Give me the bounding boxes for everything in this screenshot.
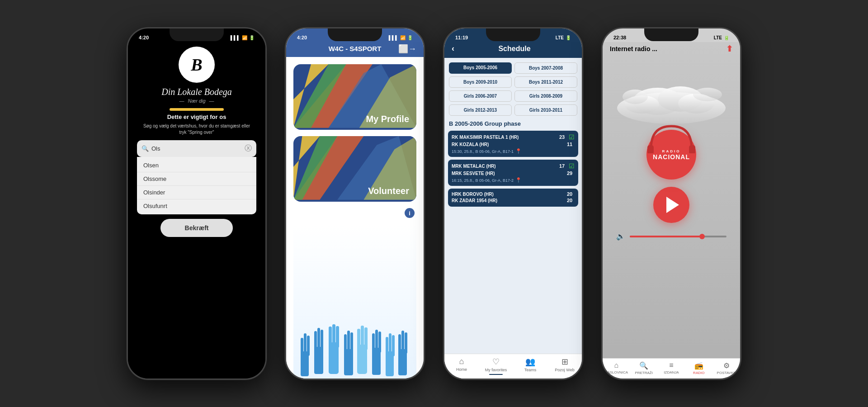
group-btn-boys-2007[interactable]: Boys 2007-2008	[514, 62, 577, 74]
group-btn-girls-2006[interactable]: Girls 2006-2007	[449, 90, 512, 102]
svg-rect-33	[372, 333, 375, 352]
signal-icon-2: ▌▌▌	[389, 35, 398, 40]
radio-nav-radio[interactable]: 📻 RADIO	[685, 361, 712, 375]
svg-rect-41	[398, 334, 401, 354]
svg-rect-51	[647, 145, 654, 153]
back-arrow[interactable]: ‹	[452, 44, 454, 53]
dropdown-item-2[interactable]: Olssome	[137, 172, 256, 186]
svg-rect-34	[375, 330, 378, 352]
svg-rect-43	[405, 332, 407, 354]
volunteer-card[interactable]: Volunteer	[293, 136, 416, 202]
my-profile-card[interactable]: My Profile	[293, 64, 416, 130]
status-icons-4: LTE 🔋	[714, 35, 729, 40]
battery-icon-2: 🔋	[407, 35, 413, 40]
radio-bottom-nav: ⌂ NASLOVNICA 🔍 PRETRAŽI ≡ IZDANJA 📻 RADI…	[603, 358, 740, 379]
cloud-area	[603, 58, 740, 126]
yellow-progress-bar	[170, 108, 224, 111]
svg-rect-29	[357, 329, 360, 349]
bodega-logo: B	[179, 47, 215, 83]
svg-rect-13	[301, 338, 303, 356]
team-3b: RK ZADAR 1954 (HR)	[452, 198, 565, 203]
status-icons-2: ▌▌▌ 📶 🔋	[389, 35, 413, 40]
search-input[interactable]: Ols	[151, 145, 245, 152]
volume-track[interactable]	[630, 236, 726, 237]
status-time-3: 11:19	[455, 35, 468, 40]
status-time-1: 4:20	[139, 35, 149, 40]
match-info-2: 16:15, 25.8., B 05-06, Gr-A, B17-2 📍	[452, 177, 575, 183]
group-btn-girls-2010[interactable]: Girls 2010-2011	[514, 104, 577, 116]
hands-svg	[296, 324, 414, 379]
svg-rect-14	[304, 333, 307, 356]
score-2a: 17	[557, 163, 567, 169]
search-icon: 🔍	[142, 145, 149, 152]
score-2b: 29	[565, 170, 575, 176]
home-icon: ⌂	[459, 357, 464, 366]
team-2a: MRK METALAC (HR)	[452, 164, 557, 169]
svg-rect-38	[389, 333, 392, 356]
svg-rect-30	[361, 326, 364, 349]
status-bar-4: 22:38 LTE 🔋	[603, 28, 740, 42]
volume-knob[interactable]	[699, 234, 705, 239]
radio-nav-radio-label: RADIO	[693, 371, 704, 375]
match-row-1a: RK MAKSIMIR PASTELA 1 (HR) 23 ☑	[452, 133, 575, 141]
svg-rect-15	[307, 336, 310, 356]
phone-schedule: 11:19 LTE 🔋 ‹ Schedule Boys 2005-2006 Bo…	[443, 27, 583, 380]
radio-nav-naslovnica[interactable]: ⌂ NASLOVNICA	[603, 361, 630, 375]
group-btn-girls-2012[interactable]: Girls 2012-2013	[449, 104, 512, 116]
share-icon[interactable]: ⬆	[726, 44, 733, 54]
match-time-2: 16:15, 25.8., B 05-06, Gr-A, B17-2	[452, 178, 514, 183]
team-3a: HRK BOROVO (HR)	[452, 192, 565, 197]
play-triangle	[666, 197, 679, 213]
radio-nav-pretrazi-label: PRETRAŽI	[635, 371, 653, 375]
group-btn-boys-2005[interactable]: Boys 2005-2006	[449, 62, 512, 74]
dropdown-item-1[interactable]: Olsen	[137, 159, 256, 172]
bekraeft-button[interactable]: Bekræft	[160, 219, 233, 237]
search-clear-icon[interactable]: ⓧ	[245, 144, 252, 153]
w4c-header-title: W4C - S4SPORT	[329, 45, 382, 52]
radio-nav-postavke[interactable]: ⚙ POSTAVKE	[712, 361, 740, 375]
match-block-2: MRK METALAC (HR) 17 ☑ MRK SESVETE (HR) 2…	[448, 160, 578, 186]
bodega-logo-letter: B	[191, 55, 202, 75]
score-1a: 23	[557, 134, 567, 140]
location-pin-2: 📍	[515, 177, 522, 183]
info-icon[interactable]: i	[405, 208, 415, 218]
bodega-info-text: Dette er vigtigt for os	[167, 114, 226, 120]
match-row-2b: MRK SESVETE (HR) 29	[452, 170, 575, 176]
nav-pozoj[interactable]: ⊞ Pozoj Web	[547, 357, 582, 375]
match-time-1: 15:30, 25.8., B 05-06, Gr-A, B17-1	[452, 149, 514, 154]
match-block-3: HRK BOROVO (HR) 20 RK ZADAR 1954 (HR) 20	[448, 189, 578, 207]
group-btn-boys-2011[interactable]: Boys 2011-2012	[514, 76, 577, 88]
dropdown-item-3[interactable]: Olsinder	[137, 186, 256, 199]
search-box[interactable]: 🔍 Ols ⓧ	[137, 140, 256, 157]
phone-bodega: 4:20 ▌▌▌ 📶 🔋 B Din Lokale Bodega Nær dig…	[127, 27, 267, 380]
radio-content: Internet radio ... ⬆	[603, 42, 740, 379]
play-button[interactable]	[653, 187, 689, 223]
dropdown-item-4[interactable]: Olsufunrt	[137, 199, 256, 213]
logout-icon[interactable]: ⬜→	[398, 44, 416, 54]
search-icon-radio: 🔍	[639, 361, 648, 370]
radio-nav-pretrazi[interactable]: 🔍 PRETRAŽI	[630, 361, 658, 375]
score-1b: 11	[565, 142, 575, 147]
radio-nav-naslovnica-label: NASLOVNICA	[605, 370, 628, 374]
match-row-1b: RK KOZALA (HR) 11	[452, 142, 575, 147]
headphone-svg	[642, 122, 701, 153]
nav-favorites[interactable]: ♡ My favorites	[479, 357, 513, 375]
svg-rect-37	[386, 337, 388, 356]
radio-title: Internet radio ...	[610, 45, 657, 52]
group-btn-boys-2009[interactable]: Boys 2009-2010	[449, 76, 512, 88]
nav-teams[interactable]: 👥 Teams	[513, 357, 547, 375]
status-time-2: 4:20	[297, 35, 307, 40]
svg-rect-19	[321, 330, 323, 351]
svg-rect-39	[392, 335, 395, 356]
svg-rect-21	[329, 327, 332, 347]
bodega-content: B Din Lokale Bodega Nær dig Dette er vig…	[128, 42, 265, 379]
phone-radio: 22:38 LTE 🔋 Internet radio ... ⬆	[601, 27, 741, 380]
battery-icon-3: 🔋	[566, 35, 571, 40]
svg-rect-35	[378, 331, 381, 353]
group-btn-girls-2008[interactable]: Girls 2008-2009	[514, 90, 577, 102]
radio-icon: 📻	[694, 361, 703, 370]
nav-home[interactable]: ⌂ Home	[444, 357, 479, 375]
schedule-header: ‹ Schedule	[444, 42, 582, 58]
wifi-icon-2: 📶	[400, 35, 406, 40]
radio-nav-izdanja[interactable]: ≡ IZDANJA	[658, 361, 685, 375]
